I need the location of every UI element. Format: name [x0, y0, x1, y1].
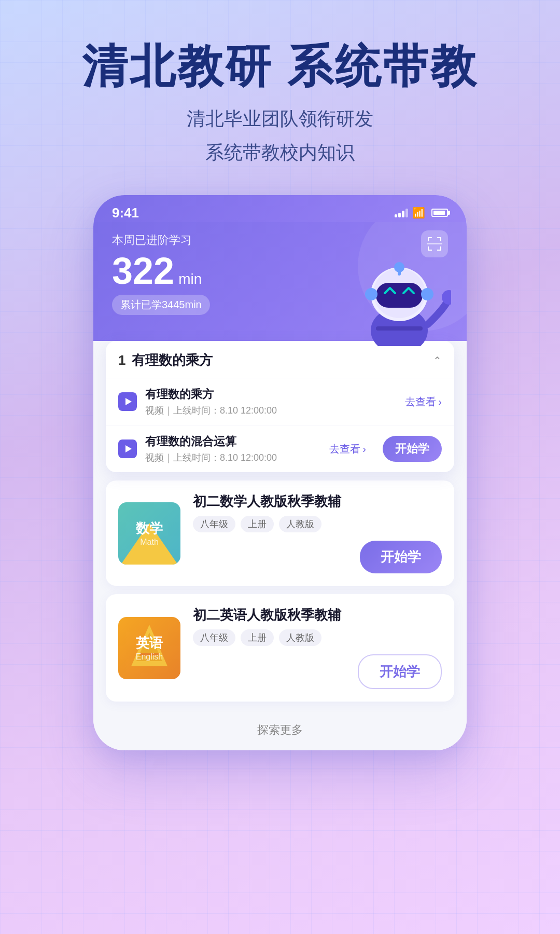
status-icons: 📶 [395, 207, 448, 219]
math-cover: 数学 Math [118, 502, 180, 565]
lesson-item-2: 有理数的混合运算 视频｜上线时间：8.10 12:00:00 去查看 › 开始学 [106, 425, 454, 472]
english-tag-3: 人教版 [279, 629, 321, 646]
start-button-inline[interactable]: 开始学 [383, 436, 442, 462]
svg-point-16 [421, 288, 433, 300]
status-time: 9:41 [112, 205, 139, 221]
math-tag-1: 八年级 [193, 516, 235, 532]
course-card-math: 数学 Math 初二数学人教版秋季教辅 八年级 上册 人教版 开始学 [106, 480, 454, 586]
sub-title: 清北毕业团队领衔研发 系统带教校内知识 [82, 102, 478, 170]
time-unit: min [178, 271, 202, 287]
english-details: 初二英语人教版秋季教辅 八年级 上册 人教版 开始学 [193, 607, 442, 689]
english-start-button[interactable]: 开始学 [358, 654, 442, 689]
explore-more[interactable]: 探索更多 [93, 710, 467, 750]
goto-button-2[interactable]: 去查看 › [329, 442, 366, 456]
dropdown-header: 1 有理数的乘方 ⌃ [106, 341, 454, 378]
time-number: 322 [112, 252, 174, 290]
phone-header: 本周已进阶学习 322 min 累计已学3445min [93, 222, 467, 346]
lesson-item: 有理数的乘方 视频｜上线时间：8.10 12:00:00 去查看 › [106, 378, 454, 425]
english-tags: 八年级 上册 人教版 [193, 629, 442, 646]
math-course-title: 初二数学人教版秋季教辅 [193, 493, 442, 511]
chevron-up-icon[interactable]: ⌃ [433, 354, 442, 367]
status-bar: 9:41 📶 [93, 195, 467, 222]
dropdown-title: 有理数的乘方 [132, 351, 213, 369]
lesson-name-1: 有理数的乘方 [145, 387, 397, 402]
wifi-icon: 📶 [412, 207, 425, 219]
learning-label: 本周已进阶学习 [112, 232, 448, 248]
lesson-meta-1: 视频｜上线时间：8.10 12:00:00 [145, 404, 397, 417]
math-start-button[interactable]: 开始学 [360, 541, 442, 573]
svg-rect-14 [398, 267, 401, 276]
math-subject-name: 数学 [136, 519, 163, 538]
lesson-info-2: 有理数的混合运算 视频｜上线时间：8.10 12:00:00 [145, 434, 321, 464]
math-details: 初二数学人教版秋季教辅 八年级 上册 人教版 开始学 [193, 493, 442, 573]
svg-rect-20 [376, 326, 423, 331]
battery-icon [431, 209, 448, 217]
cumulative-badge: 累计已学3445min [112, 295, 210, 315]
english-cover: 英语 English [118, 617, 180, 679]
lesson-meta-2: 视频｜上线时间：8.10 12:00:00 [145, 451, 321, 464]
svg-point-15 [365, 288, 377, 300]
lesson-name-2: 有理数的混合运算 [145, 434, 321, 449]
math-subject-en: Math [140, 538, 159, 547]
english-tag-1: 八年级 [193, 629, 235, 646]
math-tags: 八年级 上册 人教版 [193, 516, 442, 532]
phone-mockup: 9:41 📶 [93, 195, 467, 750]
sub-line2: 系统带教校内知识 [82, 136, 478, 170]
lesson-info-1: 有理数的乘方 视频｜上线时间：8.10 12:00:00 [145, 387, 397, 417]
play-button-1[interactable] [118, 392, 137, 411]
math-tag-3: 人教版 [279, 516, 321, 532]
play-icon [125, 398, 132, 405]
goto-button-1[interactable]: 去查看 › [405, 395, 442, 409]
svg-rect-3 [440, 237, 441, 241]
main-title: 清北教研 系统带教 [82, 42, 478, 92]
svg-rect-1 [428, 237, 429, 241]
english-subject-name: 英语 [136, 634, 163, 652]
svg-rect-12 [376, 283, 423, 308]
play-button-2[interactable] [118, 439, 137, 458]
english-tag-2: 上册 [241, 629, 274, 646]
english-subject-en: English [136, 652, 163, 662]
signal-icon [395, 208, 408, 217]
sub-line1: 清北毕业团队领衔研发 [82, 102, 478, 136]
english-course-title: 初二英语人教版秋季教辅 [193, 607, 442, 624]
course-card-english: 英语 English 初二英语人教版秋季教辅 八年级 上册 人教版 开始学 [106, 594, 454, 702]
svg-rect-8 [427, 243, 442, 244]
dropdown-card: 1 有理数的乘方 ⌃ 有理数的乘方 视频｜上线时间：8.10 12:00:00 [106, 341, 454, 472]
phone-content: 1 有理数的乘方 ⌃ 有理数的乘方 视频｜上线时间：8.10 12:00:00 [93, 341, 467, 750]
math-tag-2: 上册 [241, 516, 274, 532]
dropdown-number: 1 [118, 352, 125, 368]
play-icon-2 [125, 445, 132, 452]
robot-character [347, 248, 451, 346]
